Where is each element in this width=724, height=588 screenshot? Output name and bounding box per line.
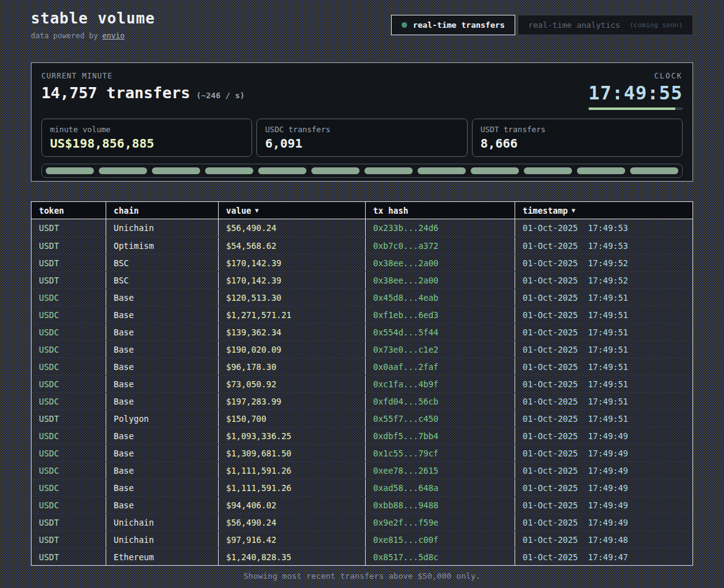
hero-top-row: CURRENT MINUTE 14,757 transfers (~246 / … [41,72,683,110]
value-cell: $97,916.42 [219,531,366,548]
value-cell: $54,568.62 [219,237,366,254]
table-row: USDTUnichain$56,490.240x9e2f...f59e01-Oc… [32,513,692,531]
timestamp-cell: 01-Oct-2025 17:49:51 [515,324,692,340]
token-cell: USDC [32,341,106,358]
col-header-value[interactable]: value▼ [219,202,366,219]
col-header-timestamp[interactable]: timestamp▼ [515,202,692,219]
timestamp-cell: 01-Oct-2025 17:49:51 [515,410,692,427]
section-label: CURRENT MINUTE [41,72,245,80]
chain-cell: Optimism [106,237,219,254]
token-cell: USDT [32,548,106,565]
txhash-link[interactable]: 0xfd04...56cb [366,393,515,410]
txhash-link[interactable]: 0x1c55...79cf [366,445,515,461]
value-cell: $120,513.30 [219,289,366,306]
activity-segment [99,167,147,174]
chain-cell: Unichain [106,219,219,237]
table-row: USDCBase$1,093,336.250xdbf5...7bb401-Oct… [32,427,692,444]
token-cell: USDT [32,514,106,531]
chain-cell: Unichain [106,531,219,548]
txhash-link[interactable]: 0x55f7...c450 [366,410,515,427]
tab-realtime-transfers[interactable]: real-time transfers [391,15,515,35]
chain-cell: Unichain [106,514,219,531]
table-row: USDCBase$1,271,571.210xf1eb...6ed301-Oct… [32,306,692,323]
timestamp-cell: 01-Oct-2025 17:49:49 [515,514,692,531]
txhash-link[interactable]: 0x38ee...2a00 [366,272,515,288]
chain-cell: Ethereum [106,548,219,565]
table-row: USDCBase$94,406.020xbb88...948801-Oct-20… [32,496,692,513]
chain-cell: BSC [106,272,219,288]
timestamp-cell: 01-Oct-2025 17:49:53 [515,219,692,237]
timestamp-cell: 01-Oct-2025 17:49:49 [515,462,692,479]
stat-card-usdc-transfers: USDC transfers 6,091 [256,119,467,157]
value-cell: $1,240,828.35 [219,548,366,565]
clock-widget: CLOCK 17:49:55 [589,72,683,110]
clock-value: 17:49:55 [589,82,683,104]
col-header-chain: chain [106,202,219,219]
col-header-token: token [32,202,106,219]
activity-segment [364,167,413,174]
envio-link[interactable]: envio [103,32,125,40]
table-row: USDCBase$139,362.340x554d...5f4401-Oct-2… [32,323,692,340]
token-cell: USDC [32,289,106,306]
activity-segment-bar [41,164,683,178]
chain-cell: Base [106,289,219,306]
token-cell: USDC [32,427,106,444]
activity-segment [152,167,200,174]
txhash-link[interactable]: 0x45d8...4eab [366,289,515,306]
activity-segment [205,167,253,174]
table-row: USDTBSC$170,142.390x38ee...2a0001-Oct-20… [32,254,692,271]
timestamp-cell: 01-Oct-2025 17:49:51 [515,393,692,410]
token-cell: USDC [32,324,106,340]
txhash-link[interactable]: 0xdbf5...7bb4 [366,427,515,444]
chain-cell: Polygon [106,410,219,427]
txhash-link[interactable]: 0x0aaf...2faf [366,358,515,375]
value-cell: $197,283.99 [219,393,366,410]
token-cell: USDC [32,462,106,479]
txhash-link[interactable]: 0x233b...24d6 [366,219,515,237]
value-cell: $96,178.30 [219,358,366,375]
tab-realtime-analytics[interactable]: real-time analytics (coming soon) [518,15,693,35]
timestamp-cell: 01-Oct-2025 17:49:49 [515,427,692,444]
token-cell: USDC [32,393,106,410]
activity-segment [46,167,94,174]
timestamp-cell: 01-Oct-2025 17:49:51 [515,376,692,392]
chain-cell: Base [106,324,219,340]
timestamp-cell: 01-Oct-2025 17:49:49 [515,479,692,496]
table-row: USDTOptimism$54,568.620xb7c0...a37201-Oc… [32,237,692,254]
txhash-link[interactable]: 0x8517...5d8c [366,548,515,565]
activity-segment [630,167,678,174]
value-cell: $150,700 [219,410,366,427]
txhash-link[interactable]: 0xc1fa...4b9f [366,376,515,392]
txhash-link[interactable]: 0x554d...5f44 [366,324,515,340]
stat-label: minute volume [50,125,243,134]
live-dot-icon [402,22,407,28]
token-cell: USDC [32,376,106,392]
table-row: USDCBase$1,111,591.260xee78...261501-Oct… [32,461,692,479]
txhash-link[interactable]: 0xee78...2615 [366,462,515,479]
table-row: USDTEthereum$1,240,828.350x8517...5d8c01… [32,548,692,565]
txhash-link[interactable]: 0x9e2f...f59e [366,514,515,531]
page: stable volume data powered by envio real… [0,0,724,581]
txhash-link[interactable]: 0xe815...c00f [366,531,515,548]
txhash-link[interactable]: 0x73e0...c1e2 [366,341,515,358]
tab-bar: real-time transfers real-time analytics … [391,15,693,35]
timestamp-cell: 01-Oct-2025 17:49:51 [515,341,692,358]
minute-progress-track [589,107,683,110]
table-row: USDTPolygon$150,7000x55f7...c45001-Oct-2… [32,410,692,427]
chain-cell: Base [106,462,219,479]
stat-card-usdt-transfers: USDT transfers 8,666 [472,119,683,157]
token-cell: USDT [32,272,106,288]
txhash-link[interactable]: 0xbb88...9488 [366,497,515,513]
value-cell: $94,406.02 [219,497,366,513]
chain-cell: Base [106,393,219,410]
sort-desc-icon: ▼ [571,207,575,214]
transfers-count: 14,757 transfers [41,84,190,102]
value-cell: $190,020.09 [219,341,366,358]
txhash-link[interactable]: 0xad58...648a [366,479,515,496]
txhash-link[interactable]: 0xf1eb...6ed3 [366,306,515,323]
txhash-link[interactable]: 0xb7c0...a372 [366,237,515,254]
chain-cell: Base [106,306,219,323]
timestamp-cell: 01-Oct-2025 17:49:52 [515,254,692,271]
txhash-link[interactable]: 0x38ee...2a00 [366,254,515,271]
topbar: stable volume data powered by envio real… [31,10,693,40]
